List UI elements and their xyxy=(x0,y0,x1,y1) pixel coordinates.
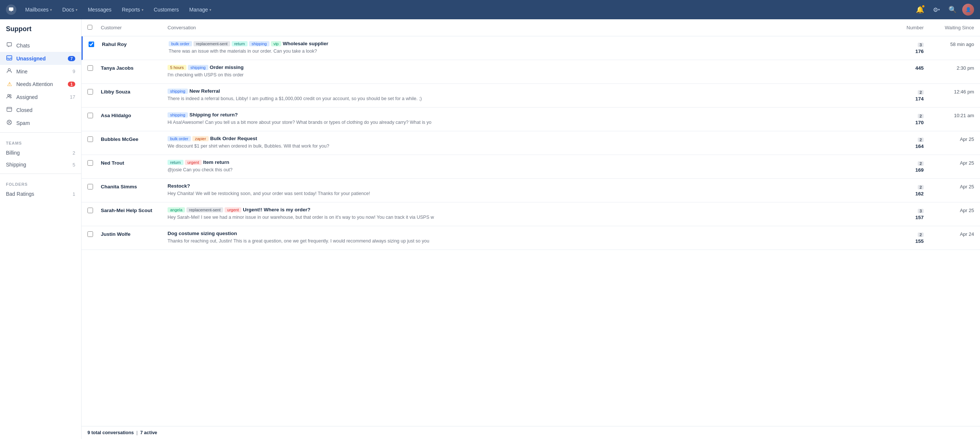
table-row[interactable]: Libby Souza shipping New Referral There … xyxy=(81,84,980,108)
svg-rect-1 xyxy=(7,56,12,60)
table-row[interactable]: Tanya Jacobs 5 hoursshipping Order missi… xyxy=(81,60,980,84)
conversation-number: 3 176 xyxy=(900,41,929,54)
message-count-badge: 2 xyxy=(918,138,924,142)
conversation-preview: I'm checking with USPS on this order xyxy=(167,72,471,78)
row-checkbox[interactable] xyxy=(89,41,94,47)
nav-reports[interactable]: Reports ▾ xyxy=(118,5,148,15)
sidebar-item-assigned[interactable]: Assigned 17 xyxy=(0,91,81,103)
tags-row: Dog costume sizing question xyxy=(167,231,900,236)
sidebar-item-label: Bad Ratings xyxy=(6,191,69,197)
conversation-title: Bulk Order Request xyxy=(210,136,257,141)
row-checkbox[interactable] xyxy=(88,160,93,166)
conversation-number: 2 174 xyxy=(900,88,929,102)
nav-mailboxes[interactable]: Mailboxes ▾ xyxy=(21,5,56,15)
total-count: 9 total conversations xyxy=(88,430,134,435)
conversation-title: Item return xyxy=(203,159,229,165)
sidebar-item-closed[interactable]: Closed xyxy=(0,103,81,116)
warning-icon: ⚠ xyxy=(6,81,13,87)
chevron-down-icon: ▾ xyxy=(209,8,211,12)
conversation-preview: Hey Chanita! We will be restocking soon,… xyxy=(167,191,471,196)
row-checkbox[interactable] xyxy=(88,65,93,71)
search-button[interactable]: 🔍 xyxy=(946,3,959,16)
select-all-col xyxy=(88,25,101,31)
row-checkbox-container xyxy=(88,136,101,143)
table-row[interactable]: Sarah-Mei Help Scout angelareplacement-s… xyxy=(81,202,980,226)
conversation-number: 445 xyxy=(900,65,929,71)
sidebar-item-label: Spam xyxy=(16,120,75,126)
notifications-button[interactable]: 🔔 xyxy=(913,3,927,16)
row-checkbox-container xyxy=(88,183,101,191)
table-header: Customer Conversation Number Waiting Sin… xyxy=(81,19,980,37)
customer-name: Chanita Simms xyxy=(101,183,167,189)
conversation-number: 2 169 xyxy=(900,159,929,173)
table-row[interactable]: Chanita Simms Restock? Hey Chanita! We w… xyxy=(81,179,980,202)
app-logo[interactable] xyxy=(6,5,16,15)
conversation-main: 5 hoursshipping Order missing I'm checki… xyxy=(167,65,900,78)
user-avatar[interactable]: 👤 xyxy=(962,4,974,16)
row-checkbox-container xyxy=(88,159,101,167)
sidebar-item-chats[interactable]: Chats xyxy=(0,39,81,52)
tag: vip xyxy=(271,41,281,46)
sidebar-item-label: Needs Attention xyxy=(16,81,64,87)
sidebar-item-unassigned[interactable]: Unassigned 7 xyxy=(0,52,81,65)
waiting-since: 12:46 pm xyxy=(929,88,974,95)
conversation-title: Wholesale supplier xyxy=(283,41,328,46)
table-row[interactable]: Bubbles McGee bulk orderzapier Bulk Orde… xyxy=(81,131,980,155)
nav-docs[interactable]: Docs ▾ xyxy=(58,5,82,15)
tag: return xyxy=(167,160,183,165)
waiting-since: Apr 24 xyxy=(929,231,974,237)
nav-messages[interactable]: Messages xyxy=(83,5,116,15)
nav-customers[interactable]: Customers xyxy=(150,5,183,15)
sidebar-item-mine[interactable]: Mine 9 xyxy=(0,65,81,78)
waiting-since: 2:30 pm xyxy=(929,65,974,71)
tags-row: bulk orderreplacement-sentreturnshipping… xyxy=(169,41,900,46)
tag: urgent xyxy=(185,160,202,165)
people-icon xyxy=(6,94,13,100)
conversation-main: shipping Shipping for return? Hi Asa!Awe… xyxy=(167,112,900,125)
table-row[interactable]: Asa Hildalgo shipping Shipping for retur… xyxy=(81,108,980,131)
row-checkbox[interactable] xyxy=(88,184,93,189)
row-checkbox[interactable] xyxy=(88,137,93,142)
table-row[interactable]: Justin Wolfe Dog costume sizing question… xyxy=(81,226,980,250)
sidebar-item-spam[interactable]: Spam xyxy=(0,116,81,129)
row-checkbox[interactable] xyxy=(88,231,93,237)
select-all-checkbox[interactable] xyxy=(88,25,92,30)
nav-manage[interactable]: Manage ▾ xyxy=(185,5,216,15)
sidebar-item-bad-ratings[interactable]: Bad Ratings 1 xyxy=(0,188,81,200)
conversation-main: shipping New Referral There is indeed a … xyxy=(167,88,900,101)
row-checkbox[interactable] xyxy=(88,208,93,213)
tag: 5 hours xyxy=(167,65,186,70)
chevron-down-icon: ▾ xyxy=(50,8,52,12)
search-icon: 🔍 xyxy=(948,6,957,14)
row-checkbox[interactable] xyxy=(88,113,93,118)
row-checkbox-container xyxy=(88,231,101,238)
conversation-title: Urgent!! Where is my order? xyxy=(243,207,310,212)
conversation-title: Shipping for return? xyxy=(189,112,238,118)
spam-icon xyxy=(6,119,13,126)
sidebar-divider xyxy=(0,132,81,133)
conversation-number: 2 155 xyxy=(900,231,929,244)
row-checkbox-container xyxy=(88,112,101,119)
conversations-list: Rahul Roy bulk orderreplacement-sentretu… xyxy=(81,37,980,426)
sidebar-item-needs-attention[interactable]: ⚠ Needs Attention 1 xyxy=(0,78,81,91)
conversation-main: bulk orderzapier Bulk Order Request We d… xyxy=(167,136,900,149)
row-checkbox[interactable] xyxy=(88,89,93,95)
tags-row: Restock? xyxy=(167,183,900,189)
conversation-main: bulk orderreplacement-sentreturnshipping… xyxy=(169,41,900,54)
message-count-badge: 3 xyxy=(918,43,924,47)
sidebar-item-label: Closed xyxy=(16,107,75,113)
waiting-since: 58 min ago xyxy=(929,41,974,47)
tag: replacement-sent xyxy=(186,207,223,212)
table-row[interactable]: Ned Trout returnurgent Item return @josi… xyxy=(81,155,980,179)
table-row[interactable]: Rahul Roy bulk orderreplacement-sentretu… xyxy=(81,37,980,60)
assigned-count: 17 xyxy=(70,94,75,100)
message-count-badge: 2 xyxy=(918,161,924,166)
sidebar-item-shipping[interactable]: Shipping 5 xyxy=(0,159,81,170)
needs-attention-badge: 1 xyxy=(68,81,75,87)
teams-section-label: TEAMS xyxy=(0,136,81,147)
sidebar-item-billing[interactable]: Billing 2 xyxy=(0,147,81,159)
conversation-title: Order missing xyxy=(210,65,244,70)
closed-icon xyxy=(6,107,13,113)
settings-button[interactable]: ⚙ ▾ xyxy=(929,3,943,16)
svg-point-2 xyxy=(8,68,10,71)
